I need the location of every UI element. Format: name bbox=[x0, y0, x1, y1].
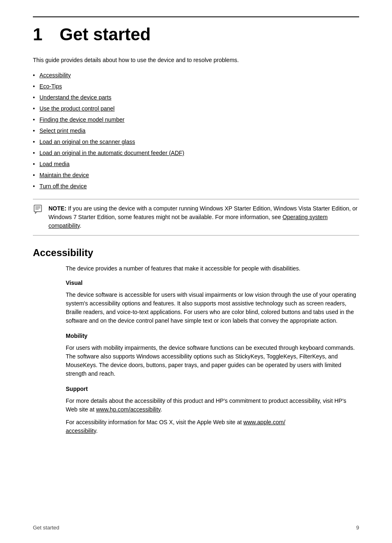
subsection-mobility: Mobility For users with mobility impairm… bbox=[66, 332, 359, 378]
list-item: Use the product control panel bbox=[33, 104, 359, 113]
toc-link-accessibility[interactable]: Accessibility bbox=[39, 72, 71, 79]
visual-body-text: The device software is accessible for us… bbox=[66, 291, 359, 325]
list-item: Eco-Tips bbox=[33, 82, 359, 91]
list-item: Load an original on the scanner glass bbox=[33, 138, 359, 146]
list-item: Understand the device parts bbox=[33, 93, 359, 102]
subsection-heading-visual: Visual bbox=[66, 279, 359, 287]
accessibility-intro-text: The device provides a number of features… bbox=[66, 264, 359, 273]
list-item: Finding the device model number bbox=[33, 116, 359, 124]
note-text: NOTE: If you are using the device with a… bbox=[48, 204, 359, 230]
page-footer: Get started 9 bbox=[0, 525, 392, 531]
section-heading-accessibility: Accessibility bbox=[33, 247, 359, 259]
subsection-heading-mobility: Mobility bbox=[66, 332, 359, 340]
note-label: NOTE: bbox=[48, 205, 67, 212]
support-body-text-2: For accessibility information for Mac OS… bbox=[66, 418, 359, 435]
list-item: Load media bbox=[33, 160, 359, 169]
subsection-visual: Visual The device software is accessible… bbox=[66, 279, 359, 325]
list-item: Select print media bbox=[33, 127, 359, 135]
footer-section-label: Get started bbox=[33, 525, 59, 531]
chapter-number: 1 bbox=[33, 25, 42, 44]
subsection-heading-support: Support bbox=[66, 385, 359, 393]
toc-link-control-panel[interactable]: Use the product control panel bbox=[39, 105, 115, 112]
toc-link-maintain[interactable]: Maintain the device bbox=[39, 172, 89, 178]
toc-link-adf[interactable]: Load an original in the automatic docume… bbox=[39, 150, 184, 156]
mobility-body-text: For users with mobility impairments, the… bbox=[66, 344, 359, 378]
toc-list: Accessibility Eco-Tips Understand the de… bbox=[33, 71, 359, 191]
apple-accessibility-link[interactable]: www.apple.com/accessibility bbox=[66, 419, 285, 434]
toc-link-device-parts[interactable]: Understand the device parts bbox=[39, 94, 111, 101]
chapter-title: Get started bbox=[60, 25, 151, 44]
svg-rect-0 bbox=[34, 205, 42, 212]
chapter-heading: 1 Get started bbox=[33, 25, 359, 44]
list-item: Load an original in the automatic docume… bbox=[33, 149, 359, 157]
footer-page-number: 9 bbox=[356, 525, 359, 531]
accessibility-section: Accessibility The device provides a numb… bbox=[33, 247, 359, 435]
list-item: Accessibility bbox=[33, 71, 359, 80]
toc-link-scanner-glass[interactable]: Load an original on the scanner glass bbox=[39, 139, 135, 145]
page: 1 Get started This guide provides detail… bbox=[0, 0, 392, 543]
toc-link-eco-tips[interactable]: Eco-Tips bbox=[39, 83, 62, 90]
list-item: Turn off the device bbox=[33, 182, 359, 191]
note-box: NOTE: If you are using the device with a… bbox=[33, 199, 359, 236]
toc-link-model-number[interactable]: Finding the device model number bbox=[39, 116, 125, 123]
hp-accessibility-link[interactable]: www.hp.com/accessibility bbox=[96, 406, 161, 413]
support-body-text-1: For more details about the accessibility… bbox=[66, 397, 359, 414]
subsection-support: Support For more details about the acces… bbox=[66, 385, 359, 435]
note-svg-icon bbox=[34, 205, 44, 214]
intro-paragraph: This guide provides details about how to… bbox=[33, 56, 359, 65]
list-item: Maintain the device bbox=[33, 171, 359, 180]
toc-link-print-media[interactable]: Select print media bbox=[39, 127, 85, 134]
top-rule bbox=[33, 16, 359, 17]
accessibility-intro: The device provides a number of features… bbox=[66, 264, 359, 435]
note-period: . bbox=[80, 222, 81, 229]
toc-link-load-media[interactable]: Load media bbox=[39, 161, 69, 167]
note-icon bbox=[33, 205, 44, 214]
toc-link-turn-off[interactable]: Turn off the device bbox=[39, 183, 87, 189]
